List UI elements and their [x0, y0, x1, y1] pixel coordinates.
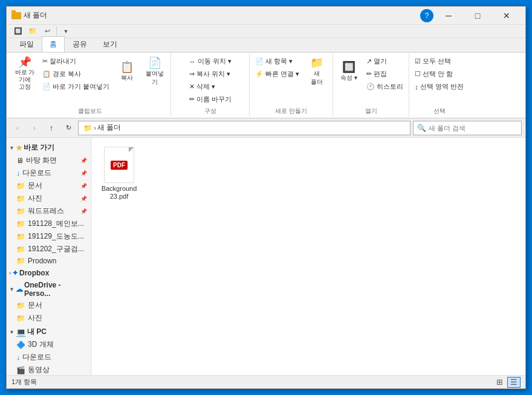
- close-button[interactable]: ✕: [493, 7, 521, 25]
- folder191202-icon: 📁: [16, 245, 25, 254]
- download-icon: ↓: [16, 169, 20, 178]
- ribbon-delete-button[interactable]: ✕ 삭제 ▾: [186, 80, 235, 93]
- ribbon-selectall-button[interactable]: ☑ 모두 선택: [412, 55, 467, 68]
- search-box[interactable]: 🔍: [413, 121, 522, 135]
- folder191128-icon: 📁: [16, 220, 25, 228]
- copyto-icon: ⇒: [189, 70, 195, 78]
- paste-icon: 📄: [148, 57, 161, 68]
- qt-newfolder-button[interactable]: 📁: [26, 25, 39, 37]
- desktop-icon: 🖥: [16, 156, 24, 165]
- sidebar-section-mypc[interactable]: ▼ 💻 내 PC: [7, 324, 91, 338]
- qt-undo-button[interactable]: ↩: [41, 25, 54, 37]
- tab-home[interactable]: 홈: [42, 36, 65, 52]
- sidebar-item-desktop[interactable]: 🖥 바탕 화면 📌: [7, 154, 91, 167]
- copypath-icon: 📋: [42, 70, 51, 78]
- refresh-button[interactable]: ↻: [61, 121, 76, 135]
- help-button[interactable]: ?: [420, 9, 433, 22]
- rename-icon: ✏: [189, 95, 195, 103]
- ribbon-properties-button[interactable]: 🔲 속성 ▾: [336, 55, 362, 89]
- sidebar-item-od-photos[interactable]: 📁 사진: [7, 312, 91, 324]
- pin-indicator2: 📌: [80, 170, 87, 176]
- up-button[interactable]: ↑: [44, 121, 59, 135]
- ribbon-newitem-button[interactable]: 📄 새 항목 ▾: [252, 55, 302, 68]
- sidebar-item-downloads[interactable]: ↓ 다운로드 📌: [7, 167, 91, 179]
- view-list-button[interactable]: ☰: [507, 377, 521, 388]
- sidebar-section-dropbox[interactable]: › ✦ Dropbox: [7, 266, 91, 278]
- tab-view[interactable]: 보기: [95, 36, 125, 52]
- ribbon-pin-button[interactable]: 📌 바로 가기에고정: [11, 55, 38, 92]
- 3d-icon: 🔷: [16, 341, 25, 349]
- title-bar: 새 폴더 ? ─ □ ✕: [7, 7, 525, 25]
- ribbon-easyaccess-button[interactable]: ⚡ 빠른 연결 ▾: [252, 68, 302, 80]
- maximize-button[interactable]: □: [464, 7, 491, 25]
- ribbon-history-button[interactable]: 🕐 히스토리: [363, 80, 406, 93]
- explorer-window: 새 폴더 ? ─ □ ✕ 🔲 📁 ↩ ▼ 파일 홈 공유 보기 📌 바로 가기에…: [6, 6, 526, 389]
- search-input[interactable]: [429, 124, 517, 132]
- copy-icon: 📋: [120, 62, 134, 72]
- ribbon-group-select: ☑ 모두 선택 ☐ 선택 안 함 ↕ 선택 영역 반전 선택: [409, 54, 469, 117]
- ribbon-selectnone-button[interactable]: ☐ 선택 안 함: [412, 68, 467, 80]
- ribbon-tabs: 파일 홈 공유 보기: [7, 38, 525, 53]
- sidebar-item-191202[interactable]: 📁 191202_구글검...: [7, 243, 91, 255]
- ribbon-edit-button[interactable]: ✏ 편집: [363, 68, 406, 80]
- pc-download-icon: ↓: [16, 353, 20, 362]
- pasteshortcut-icon: 📄: [42, 83, 51, 91]
- view-grid-button[interactable]: ⊞: [493, 377, 506, 388]
- ribbon-open-button[interactable]: ↗ 열기: [363, 55, 406, 68]
- qt-dropdown-button[interactable]: ▼: [59, 25, 73, 37]
- ribbon-copyto-button[interactable]: ⇒ 복사 위치 ▾: [186, 68, 235, 80]
- sidebar-section-quickaccess[interactable]: ▼ ★ 바로 가기: [7, 140, 91, 154]
- new-group-label: 새로 만들기: [275, 107, 307, 115]
- ribbon-invertselect-button[interactable]: ↕ 선택 영역 반전: [412, 80, 467, 93]
- clipboard-group-label: 클립보드: [78, 107, 102, 115]
- tab-file[interactable]: 파일: [11, 36, 42, 52]
- photos-icon: 📁: [16, 194, 25, 203]
- ribbon-copy-button[interactable]: 📋 복사: [114, 55, 140, 89]
- file-item-pdf[interactable]: PDF Background 23.pdf: [96, 143, 142, 205]
- sidebar-section-onedrive[interactable]: ▼ ☁ OneDrive - Perso...: [7, 278, 91, 299]
- ribbon-newfolder-button[interactable]: 📁 새폴더: [303, 55, 330, 89]
- ribbon-paste-button[interactable]: 📄 붙여넣기: [141, 55, 168, 89]
- sidebar-item-pc-downloads[interactable]: ↓ 다운로드: [7, 351, 91, 364]
- ribbon-copypath-button[interactable]: 📋 경로 복사: [39, 68, 112, 80]
- ribbon-cut-button[interactable]: ✂ 잘라내기: [39, 55, 112, 68]
- sidebar-item-prodown[interactable]: 📁 Prodown: [7, 255, 91, 266]
- wordpress-icon: 📁: [16, 207, 25, 216]
- ribbon-rename-button[interactable]: ✏ 이름 바꾸기: [186, 93, 235, 106]
- path-pc: 📁: [83, 124, 92, 132]
- sidebar: ▼ ★ 바로 가기 🖥 바탕 화면 📌 ↓ 다운로드 📌 📁 문서 📌 📁: [7, 138, 91, 375]
- ribbon-move-button[interactable]: ↔ 이동 위치 ▾: [186, 55, 235, 68]
- tab-share[interactable]: 공유: [65, 36, 95, 52]
- address-path[interactable]: 📁 › 새 폴더: [78, 121, 410, 135]
- onedrive-icon: ☁: [16, 285, 23, 294]
- sidebar-item-3d[interactable]: 🔷 3D 개체: [7, 338, 91, 351]
- content-area: PDF Background 23.pdf: [91, 138, 525, 375]
- qt-separator: [56, 27, 57, 36]
- prodown-icon: 📁: [16, 257, 25, 265]
- ribbon-pasteshortcut-button[interactable]: 📄 바로 가기 붙여넣기: [39, 80, 112, 93]
- sidebar-item-191128[interactable]: 📁 191128_메인보...: [7, 217, 91, 230]
- sidebar-item-videos[interactable]: 🎬 동영상: [7, 364, 91, 375]
- back-button[interactable]: ‹: [10, 121, 25, 135]
- sidebar-item-photos[interactable]: 📁 사진 📌: [7, 192, 91, 205]
- invertselect-icon: ↕: [415, 83, 418, 91]
- path-folder: 새 폴더: [97, 123, 121, 133]
- organize-group-label: 구성: [204, 107, 216, 115]
- minimize-button[interactable]: ─: [435, 7, 462, 25]
- ribbon-group-new: 📄 새 항목 ▾ ⚡ 빠른 연결 ▾ 📁 새폴더 새로 만들기: [250, 54, 333, 117]
- forward-button[interactable]: ›: [27, 121, 42, 135]
- sidebar-item-od-documents[interactable]: 📁 문서: [7, 299, 91, 312]
- qt-properties-button[interactable]: 🔲: [11, 25, 25, 37]
- status-bar: 1개 항목 ⊞ ☰: [7, 375, 525, 388]
- cut-icon: ✂: [42, 57, 48, 65]
- folder191129-icon: 📁: [16, 233, 25, 241]
- sidebar-item-wordpress[interactable]: 📁 워드프레스 📌: [7, 205, 91, 217]
- sidebar-item-191129[interactable]: 📁 191129_도농도...: [7, 230, 91, 243]
- chevron-onedrive-icon: ▼: [9, 286, 15, 292]
- newfolder-icon: 📁: [310, 57, 323, 68]
- move-icon: ↔: [189, 58, 196, 65]
- file-label-pdf: Background 23.pdf: [99, 185, 139, 201]
- properties-icon: 🔲: [342, 62, 355, 72]
- open-group-label: 열기: [365, 107, 377, 115]
- sidebar-item-documents[interactable]: 📁 문서 📌: [7, 179, 91, 192]
